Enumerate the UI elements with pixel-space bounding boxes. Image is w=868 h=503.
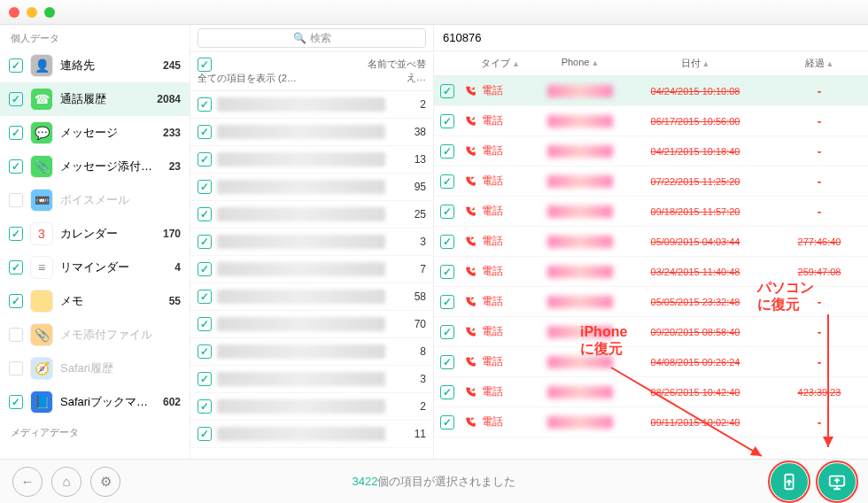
call-row[interactable]: 電話 09/20/2015 08:58:40 - (434, 317, 868, 347)
sidebar-item-7[interactable]: メモ 55 (0, 284, 190, 318)
category-count: 602 (163, 396, 181, 408)
contact-list-panel: 🔍 検索 全ての項目を表示 (2… 名前で並べ替え… 2381395253758… (190, 25, 434, 459)
incoming-call-icon (464, 205, 477, 218)
checkbox[interactable] (9, 58, 23, 73)
call-row[interactable]: 電話 06/17/2015 10:56:00 - (434, 106, 868, 136)
checkbox[interactable] (198, 399, 212, 414)
call-row[interactable]: 電話 05/09/2015 04:03:44 277:46:40 (434, 227, 868, 257)
checkbox[interactable] (198, 427, 212, 441)
call-row[interactable]: 電話 04/24/2015 10:10:08 - (434, 76, 868, 106)
contact-row[interactable]: 70 (190, 311, 433, 338)
call-row[interactable]: 電話 08/26/2015 10:42:40 423:39:23 (434, 377, 868, 407)
call-row[interactable]: 電話 09/18/2015 11:57:20 - (434, 197, 868, 227)
contact-row[interactable]: 2 (190, 393, 433, 421)
call-row[interactable]: 電話 07/22/2015 11:25:20 - (434, 166, 868, 197)
col-type[interactable]: タイプ (481, 58, 510, 68)
back-button[interactable]: ← (12, 467, 43, 497)
sidebar-item-10[interactable]: 📘 Safariブックマ… 602 (0, 385, 190, 419)
checkbox[interactable] (440, 325, 454, 339)
col-phone[interactable]: Phone (562, 57, 590, 67)
phone-blurred (547, 266, 613, 278)
checkbox[interactable] (9, 159, 23, 174)
contact-count: 2 (391, 98, 426, 111)
checkbox[interactable] (440, 84, 454, 98)
checkbox[interactable] (440, 205, 454, 219)
checkbox[interactable] (198, 235, 212, 249)
checkbox[interactable] (9, 92, 23, 106)
checkbox[interactable] (198, 97, 212, 112)
checkbox[interactable] (198, 152, 212, 166)
sidebar-item-1[interactable]: ☎ 通話履歴 2084 (0, 82, 190, 116)
contact-count: 3 (391, 236, 426, 248)
checkbox[interactable] (198, 125, 212, 139)
checkbox[interactable] (198, 372, 212, 386)
sidebar-item-0[interactable]: 👤 連絡先 245 (0, 49, 190, 82)
checkbox[interactable] (198, 317, 212, 331)
checkbox[interactable] (440, 144, 454, 159)
checkbox[interactable] (9, 294, 23, 308)
contact-row[interactable]: 3 (190, 228, 433, 256)
call-duration: - (771, 327, 868, 337)
phone-blurred (547, 296, 613, 308)
restore-to-iphone-button[interactable] (771, 463, 808, 500)
contact-row[interactable]: 13 (190, 146, 433, 174)
checkbox[interactable] (198, 344, 212, 359)
contact-row[interactable]: 7 (190, 256, 433, 283)
checkbox[interactable] (440, 415, 454, 429)
sidebar-item-5[interactable]: 3 カレンダー 170 (0, 217, 190, 251)
checkbox[interactable] (9, 126, 23, 140)
call-row[interactable]: 電話 04/08/2015 09:26:24 - (434, 347, 868, 377)
call-date: 04/24/2015 10:10:08 (620, 86, 771, 97)
checkbox[interactable] (198, 290, 212, 304)
checkbox[interactable] (9, 395, 23, 409)
col-date[interactable]: 日付 (681, 58, 701, 68)
call-row[interactable]: 電話 09/11/2015 10:02:40 - (434, 407, 868, 437)
category-icon: 👤 (30, 54, 53, 77)
checkbox[interactable] (9, 260, 23, 275)
col-duration[interactable]: 経過 (805, 58, 825, 68)
call-row[interactable]: 電話 05/05/2015 23:32:48 - (434, 287, 868, 317)
call-row[interactable]: 電話 04/21/2015 10:18:40 - (434, 136, 868, 166)
sort-dropdown[interactable]: 名前で並べ替え… (368, 58, 426, 82)
contact-row[interactable]: 25 (190, 201, 433, 228)
checkbox[interactable] (9, 227, 23, 241)
checkbox[interactable] (440, 385, 454, 399)
call-row[interactable]: 電話 03/24/2015 11:40:48 259:47:08 (434, 257, 868, 287)
maximize-icon[interactable] (44, 7, 55, 18)
contact-row[interactable]: 58 (190, 283, 433, 311)
sidebar-item-2[interactable]: 💬 メッセージ 233 (0, 116, 190, 150)
phone-blurred (547, 115, 613, 128)
checkbox[interactable] (440, 355, 454, 369)
outgoing-call-icon (464, 236, 477, 248)
home-button[interactable]: ⌂ (51, 467, 81, 497)
phone-blurred (547, 175, 613, 188)
minimize-icon[interactable] (27, 7, 37, 18)
category-label: 通話履歴 (60, 91, 106, 107)
checkbox[interactable] (198, 180, 212, 194)
settings-button[interactable]: ⚙ (90, 467, 120, 497)
checkbox[interactable] (440, 235, 454, 249)
sidebar-item-3[interactable]: 📎 メッセージ添付… 23 (0, 150, 190, 183)
checkbox (9, 193, 23, 207)
contact-row[interactable]: 8 (190, 338, 433, 366)
contact-row[interactable]: 11 (190, 421, 433, 448)
category-count: 23 (169, 160, 181, 173)
call-duration: - (771, 357, 868, 368)
sidebar-item-6[interactable]: ≡ リマインダー 4 (0, 251, 190, 284)
checkbox[interactable] (440, 265, 454, 279)
checkbox[interactable] (440, 114, 454, 128)
checkbox[interactable] (198, 207, 212, 221)
restore-to-pc-button[interactable] (818, 463, 856, 500)
status-text: 3422個の項目が選択されました (353, 474, 516, 490)
checkbox[interactable] (440, 174, 454, 189)
filter-dropdown[interactable]: 全ての項目を表示 (2… (198, 73, 297, 83)
select-all-checkbox[interactable] (198, 58, 212, 72)
contact-row[interactable]: 3 (190, 366, 433, 393)
close-icon[interactable] (9, 7, 19, 18)
checkbox[interactable] (198, 262, 212, 276)
contact-row[interactable]: 38 (190, 119, 433, 146)
contact-row[interactable]: 95 (190, 174, 433, 201)
search-input[interactable]: 🔍 検索 (198, 28, 426, 48)
contact-row[interactable]: 2 (190, 91, 433, 119)
checkbox[interactable] (440, 295, 454, 309)
